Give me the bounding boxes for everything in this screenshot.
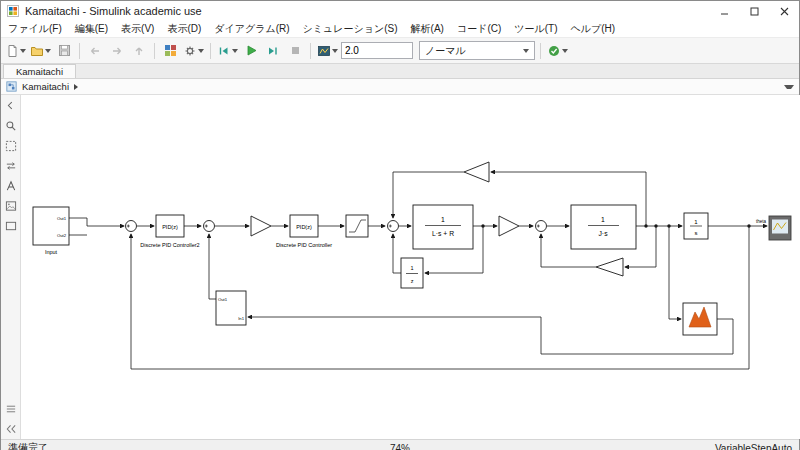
transfer-fcn-mechanical-block[interactable]: 1 J·s xyxy=(571,205,636,249)
junction-dot[interactable] xyxy=(481,224,484,227)
tab-bar: Kamaitachi xyxy=(1,64,799,79)
step-forward-button[interactable] xyxy=(263,41,283,61)
legend-button[interactable] xyxy=(3,401,19,416)
feedback-line[interactable] xyxy=(669,226,681,319)
sim-time-input[interactable] xyxy=(341,42,413,59)
breadcrumb-model-name[interactable]: Kamaitachi xyxy=(22,81,69,92)
up-icon xyxy=(132,44,146,58)
junction-dot[interactable] xyxy=(747,224,750,227)
feedback-line[interactable] xyxy=(209,234,216,299)
pid-controller2-block[interactable]: PID(z) Discrete PID Controller2 xyxy=(140,215,199,248)
tf-numerator: 1 xyxy=(410,265,413,271)
tab-kamaitachi[interactable]: Kamaitachi xyxy=(3,64,76,78)
sim-mode-select[interactable]: ノーマル xyxy=(419,41,535,60)
back-button[interactable] xyxy=(85,41,105,61)
saturation-block[interactable] xyxy=(346,215,368,237)
junction-dot[interactable] xyxy=(667,224,670,227)
junction-dot[interactable] xyxy=(654,224,657,227)
step-back-icon xyxy=(217,44,231,58)
menu-simulation[interactable]: シミュレーション(S) xyxy=(303,22,398,36)
gain-block-1[interactable] xyxy=(251,216,271,236)
menu-display[interactable]: 表示(D) xyxy=(167,22,201,36)
menu-help[interactable]: ヘルプ(H) xyxy=(571,22,616,36)
forward-button[interactable] xyxy=(107,41,127,61)
model-config-button[interactable] xyxy=(182,41,205,61)
integrator-block[interactable]: 1 s xyxy=(684,213,708,239)
new-model-button[interactable] xyxy=(5,41,27,61)
resize-button[interactable] xyxy=(3,158,19,173)
pid-controller-block[interactable]: PID(z) Discrete PID Controller xyxy=(276,215,332,248)
diagram-canvas[interactable]: Out1 Out2 Input xyxy=(21,95,800,439)
editor-palette xyxy=(1,95,21,439)
signal-line[interactable] xyxy=(69,218,124,226)
sum-junction-1[interactable] xyxy=(126,221,137,232)
model-editor: Out1 Out2 Input xyxy=(1,95,799,439)
close-icon xyxy=(780,7,789,16)
breadcrumb-dropdown-icon[interactable] xyxy=(784,85,794,89)
data-inspector-icon xyxy=(317,44,331,58)
menu-tools[interactable]: ツール(T) xyxy=(514,22,557,36)
tf-denominator: J·s xyxy=(598,230,608,237)
zoom-level: 74% xyxy=(390,443,410,450)
gain-back-emf-block[interactable] xyxy=(464,162,489,182)
gain-damping-block[interactable] xyxy=(596,258,623,276)
annotation-button[interactable] xyxy=(3,178,19,193)
tf-denominator: s xyxy=(695,230,698,236)
input-subsystem-block[interactable]: Out1 Out2 Input xyxy=(33,207,69,255)
solver-name[interactable]: VariableStepAuto xyxy=(410,443,792,450)
simulink-icon xyxy=(7,5,19,17)
minimize-button[interactable] xyxy=(709,1,739,21)
legend-icon xyxy=(5,403,17,415)
window-title: Kamaitachi - Simulink academic use xyxy=(25,5,202,17)
open-icon xyxy=(30,44,44,58)
run-button[interactable] xyxy=(241,41,261,61)
up-button[interactable] xyxy=(129,41,149,61)
library-browser-button[interactable] xyxy=(160,41,180,61)
junction-dot[interactable] xyxy=(644,224,647,227)
model-advisor-icon xyxy=(547,44,561,58)
open-button[interactable] xyxy=(29,41,52,61)
stop-button[interactable] xyxy=(285,41,305,61)
data-inspector-button[interactable] xyxy=(316,41,339,61)
menu-diagram[interactable]: ダイアグラム(R) xyxy=(214,22,289,36)
close-button[interactable] xyxy=(769,1,799,21)
breadcrumb: Kamaitachi xyxy=(1,79,799,95)
sum-junction-2[interactable] xyxy=(204,221,215,232)
scope-block[interactable] xyxy=(769,216,791,240)
maximize-button[interactable] xyxy=(739,1,769,21)
status-bar: 準備完了 74% VariableStepAuto xyxy=(1,439,799,450)
transfer-fcn-electrical-block[interactable]: 1 L·s + R xyxy=(413,205,473,249)
menu-file[interactable]: ファイル(F) xyxy=(8,22,62,36)
hide-palette-button[interactable] xyxy=(3,421,19,436)
menu-analysis[interactable]: 解析(A) xyxy=(411,22,444,36)
fit-to-view-button[interactable] xyxy=(3,138,19,153)
unit-delay-block[interactable]: 1 z xyxy=(401,258,423,288)
matlab-function-block[interactable] xyxy=(683,303,717,335)
gain-block-2[interactable] xyxy=(499,216,519,236)
model-advisor-button[interactable] xyxy=(546,41,569,61)
sim-mode-value: ノーマル xyxy=(425,44,466,58)
title-bar: Kamaitachi - Simulink academic use xyxy=(1,1,799,21)
image-button[interactable] xyxy=(3,198,19,213)
block-name: Discrete PID Controller2 xyxy=(140,242,199,248)
menu-code[interactable]: コード(C) xyxy=(457,22,501,36)
sum-junction-3[interactable] xyxy=(388,221,399,232)
step-back-button[interactable] xyxy=(216,41,239,61)
feedback-line[interactable] xyxy=(248,317,733,354)
feedback-line[interactable] xyxy=(393,234,401,273)
maximize-icon xyxy=(750,7,759,16)
chevron-down-icon xyxy=(562,49,568,53)
chevron-right-icon[interactable] xyxy=(74,84,78,90)
forward-icon xyxy=(110,44,124,58)
zoom-button[interactable] xyxy=(3,118,19,133)
area-button[interactable] xyxy=(3,218,19,233)
menu-view[interactable]: 表示(V) xyxy=(121,22,154,36)
feedback-subsystem-block[interactable]: Out1 In1 xyxy=(216,291,246,325)
chevron-down-icon xyxy=(332,49,338,53)
block-text: PID(z) xyxy=(162,224,178,230)
collapse-palette-button[interactable] xyxy=(3,98,19,113)
save-button[interactable] xyxy=(54,41,74,61)
back-icon xyxy=(88,44,102,58)
sum-junction-4[interactable] xyxy=(536,221,547,232)
menu-edit[interactable]: 編集(E) xyxy=(75,22,108,36)
